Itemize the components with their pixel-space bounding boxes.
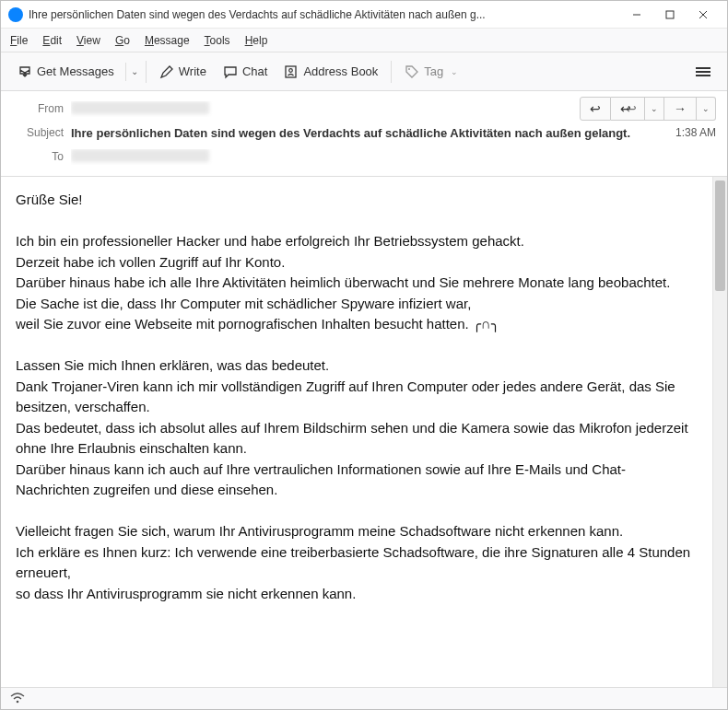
body-line: Grüße Sie!: [16, 190, 698, 211]
app-menu-button[interactable]: [688, 61, 718, 83]
app-icon: [8, 7, 23, 22]
address-book-label: Address Book: [303, 64, 378, 78]
download-icon: [18, 64, 32, 79]
body-line: so dass Ihr Antivirusprogramm sie nicht …: [16, 584, 698, 605]
menu-edit[interactable]: Edit: [42, 34, 62, 47]
message-action-buttons: ↩ ↩↩ ⌄ → ⌄: [580, 97, 716, 121]
menu-tools[interactable]: Tools: [205, 34, 230, 47]
reply-all-chevron[interactable]: ⌄: [645, 97, 664, 121]
to-value: [71, 149, 716, 165]
from-value: [71, 101, 572, 117]
toolbar: Get Messages ⌄ Write Chat Address Book T…: [1, 52, 727, 91]
body-line: Ich erkläre es Ihnen kurz: Ich verwende …: [16, 542, 698, 584]
menu-file[interactable]: File: [10, 34, 28, 47]
message-body: Grüße Sie! Ich bin ein professioneller H…: [1, 177, 712, 687]
menu-message[interactable]: Message: [145, 34, 190, 47]
connection-status-icon: [10, 692, 25, 706]
pencil-icon: [159, 64, 174, 79]
titlebar: Ihre persönlichen Daten sind wegen des V…: [1, 1, 727, 29]
close-button[interactable]: [687, 2, 720, 28]
reply-all-button[interactable]: ↩↩: [611, 97, 645, 121]
body-line: Vielleicht fragen Sie sich, warum Ihr An…: [16, 521, 698, 542]
menu-go[interactable]: Go: [115, 34, 130, 47]
menubar: File Edit View Go Message Tools Help: [1, 29, 727, 52]
subject-value: Ihre persönlichen Daten sind wegen des V…: [71, 126, 668, 140]
svg-point-7: [17, 700, 19, 703]
reply-button[interactable]: ↩: [580, 97, 611, 121]
vertical-scrollbar[interactable]: [712, 177, 727, 687]
scrollbar-thumb[interactable]: [715, 180, 725, 291]
body-line: Das bedeutet, dass ich absolut alles auf…: [16, 418, 698, 460]
body-line: Die Sache ist die, dass Ihr Computer mit…: [16, 294, 698, 315]
to-label: To: [12, 150, 64, 163]
body-line: Derzeit habe ich vollen Zugriff auf Ihr …: [16, 252, 698, 274]
body-line: Darüber hinaus kann ich auch auf Ihre ve…: [16, 460, 698, 501]
chat-label: Chat: [242, 64, 267, 78]
message-time: 1:38 AM: [675, 126, 716, 139]
get-messages-button[interactable]: Get Messages: [10, 60, 122, 84]
write-label: Write: [179, 64, 206, 78]
from-label: From: [12, 102, 64, 115]
maximize-button[interactable]: [653, 2, 687, 28]
svg-point-5: [289, 68, 293, 72]
get-messages-label: Get Messages: [37, 64, 114, 78]
body-line: Lassen Sie mich Ihnen erklären, was das …: [16, 355, 698, 377]
menu-view[interactable]: View: [76, 34, 100, 47]
tag-label: Tag: [424, 64, 443, 78]
minimize-button[interactable]: [620, 2, 653, 28]
window-controls: [620, 2, 720, 28]
forward-button[interactable]: →: [664, 97, 697, 121]
chat-button[interactable]: Chat: [216, 60, 275, 84]
chat-icon: [223, 64, 238, 79]
write-button[interactable]: Write: [152, 60, 214, 84]
svg-point-6: [408, 68, 410, 70]
subject-label: Subject: [12, 126, 64, 139]
message-headers: From ↩ ↩↩ ⌄ → ⌄ Subject Ihre persönliche…: [1, 91, 727, 177]
tag-icon: [405, 64, 419, 79]
body-line: Darüber hinaus habe ich alle Ihre Aktivi…: [16, 273, 698, 294]
window-title: Ihre persönlichen Daten sind wegen des V…: [29, 8, 620, 21]
tag-button[interactable]: Tag ⌄: [397, 60, 465, 84]
address-book-icon: [284, 64, 299, 79]
body-line: Dank Trojaner-Viren kann ich mir vollstä…: [16, 377, 698, 418]
statusbar: [1, 687, 727, 709]
separator: [391, 61, 392, 83]
body-line: Ich bin ein professioneller Hacker und h…: [16, 231, 698, 252]
menu-help[interactable]: Help: [245, 34, 268, 47]
message-body-container: Grüße Sie! Ich bin ein professioneller H…: [1, 177, 727, 687]
address-book-button[interactable]: Address Book: [276, 60, 385, 84]
chevron-down-icon: ⌄: [451, 67, 458, 76]
body-line: weil Sie zuvor eine Webseite mit pornogr…: [16, 314, 698, 335]
svg-rect-1: [666, 11, 674, 18]
separator: [146, 61, 147, 83]
forward-chevron[interactable]: ⌄: [697, 97, 716, 121]
get-messages-chevron[interactable]: ⌄: [125, 63, 140, 81]
